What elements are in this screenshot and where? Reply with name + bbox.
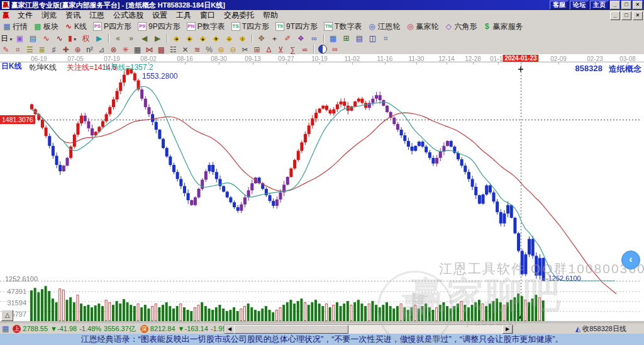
tool-window-layout[interactable]: ▣ — [13, 33, 26, 44]
tool-go-first[interactable]: « — [111, 33, 125, 44]
toolbar-button-sectors[interactable]: ▩板块 — [31, 21, 62, 32]
draw-pitchfork[interactable]: ♯ — [48, 45, 60, 54]
tool-cycle-tool[interactable]: ∞ — [308, 33, 321, 44]
tool-zoom-right[interactable]: ◆▸ — [183, 33, 196, 44]
tool-zoom-down[interactable]: ◆▾ — [209, 33, 223, 44]
symbol-code[interactable]: 858328 — [575, 64, 602, 73]
draw-angle-tool[interactable]: ⊿ — [96, 45, 108, 54]
toolbar-button-p-square[interactable]: PSP四方形 — [90, 21, 135, 32]
tool-next-bar[interactable]: ▶ — [151, 33, 164, 44]
toolbar-button-winner-wheel[interactable]: ◎赢家轮 — [403, 21, 441, 32]
tool-candle-style[interactable]: ▮▼ — [66, 33, 79, 44]
scrollbar-thumb[interactable] — [234, 325, 348, 334]
tool-gann-tool[interactable]: ❖ — [294, 33, 308, 44]
tool-flag-marker[interactable]: ▶ — [92, 33, 106, 44]
tool-adjust-rights[interactable]: 权 — [79, 33, 92, 44]
draw-cross-tool[interactable]: ✚ — [60, 45, 72, 54]
chart-scrollbar[interactable]: ◀ ▶ — [224, 324, 513, 334]
tool-trend-chart[interactable]: ∿ — [53, 33, 66, 44]
toolbar-button-t-square[interactable]: TST四方形 — [228, 21, 272, 32]
titlebar-link-support[interactable]: 客服 — [550, 1, 569, 9]
yinyang-tool-icon[interactable] — [318, 45, 327, 54]
titlebar[interactable]: 赢 赢家江恩专业版[赢家内部服务平台] - [造纸概念 HT858328-184… — [0, 0, 644, 10]
draw-hatch-tool[interactable]: ▩ — [155, 45, 167, 54]
expand-panel-button[interactable]: ‹ — [621, 251, 640, 269]
shenzhen-index-icon[interactable]: 深 — [140, 325, 148, 333]
draw-channel-tool[interactable]: ⊻ — [275, 45, 287, 54]
menu-item[interactable]: 设置 — [148, 11, 172, 20]
draw-table-tool[interactable]: ⊞ — [251, 45, 263, 54]
tool-send-pc[interactable]: ⌗ — [379, 33, 392, 44]
mdi-close-button[interactable]: × — [633, 11, 643, 20]
tool-info-panel[interactable]: ▤ — [26, 33, 40, 44]
scroll-left-button[interactable]: ◀ — [225, 325, 235, 334]
draw-trigram-tool[interactable]: ☷ — [167, 45, 179, 54]
draw-gold-circle[interactable]: ⊖ — [227, 45, 239, 54]
shanghai-index-icon[interactable]: 上 — [13, 325, 21, 333]
draw-gold-ratio[interactable]: ⊜ — [215, 45, 227, 54]
menu-item[interactable]: 浏览 — [37, 11, 61, 20]
mdi-restore-button[interactable]: □ — [621, 11, 631, 20]
menu-item[interactable]: 交易委托 — [219, 11, 258, 20]
symbol-name[interactable]: 造纸概念 — [609, 64, 641, 75]
draw-sum-tool[interactable]: ∑ — [287, 45, 299, 54]
tool-zoom-in[interactable]: ◆↔ — [223, 33, 236, 44]
tool-notes[interactable]: ▤ — [353, 33, 366, 44]
menu-item[interactable]: 公式选股 — [109, 11, 148, 20]
toolbar-button-p-number-table[interactable]: PNP数字表 — [184, 21, 228, 32]
draw-square-n2[interactable]: n² — [84, 45, 96, 54]
draw-target-tool[interactable]: ⊗ — [108, 45, 119, 54]
toolbar-button-market-quotes[interactable]: ▦行情 — [0, 21, 31, 32]
tool-calculator[interactable]: ⊞ — [340, 33, 353, 44]
toolbar-button-hexagon[interactable]: ◇六角形 — [441, 21, 480, 32]
draw-wave-tool[interactable]: ≋ — [191, 45, 203, 54]
volume-pane-toggle-button[interactable]: △ — [1, 310, 13, 321]
toolbar-button-winner-service[interactable]: $赢家服务 — [480, 21, 526, 32]
draw-box-grid[interactable]: ▦ — [131, 45, 143, 54]
mdi-minimize-button[interactable]: _ — [610, 11, 620, 20]
toolbar-button-gann-wheel[interactable]: ◎江恩轮 — [365, 21, 403, 32]
toolbar-button-9p-square[interactable]: P99P四方形 — [135, 21, 184, 32]
titlebar-link-home[interactable]: 主页 — [590, 1, 609, 9]
toolbar-button-kline[interactable]: ∿K线 — [62, 21, 90, 32]
tool-go-last[interactable]: » — [125, 33, 138, 44]
minimize-button[interactable]: _ — [610, 1, 620, 9]
infinity-tool-icon[interactable]: ∞ — [329, 45, 341, 54]
draw-percent-tool[interactable]: % — [203, 45, 215, 54]
menu-item[interactable]: 帮助 — [258, 11, 282, 20]
draw-circle-tool[interactable]: ⊕ — [72, 45, 84, 54]
period-label[interactable]: 日K线 — [1, 61, 22, 72]
tool-save[interactable]: ◫ — [366, 33, 379, 44]
draw-delete-tool[interactable]: ✕ — [179, 45, 191, 54]
tool-draw-pen[interactable]: ✐ — [281, 33, 294, 44]
titlebar-link-forum[interactable]: 论坛 — [570, 1, 589, 9]
menu-item[interactable]: 文件 — [13, 11, 37, 20]
toolbar-button-t-number-table[interactable]: TNT数字表 — [321, 21, 365, 32]
menu-item[interactable]: 江恩 — [85, 11, 109, 20]
draw-split-tool[interactable]: ✂ — [239, 45, 251, 54]
tool-zoom-up[interactable]: ◆▴ — [196, 33, 209, 44]
draw-triangle-tool[interactable]: ∆ — [263, 45, 275, 54]
draw-star-tool[interactable]: ✳ — [119, 45, 131, 54]
draw-draw-line[interactable]: ✎ — [0, 45, 12, 54]
menu-item[interactable]: 资讯 — [61, 11, 85, 20]
toolbar-button-9t-square[interactable]: T99T四方形 — [272, 21, 321, 32]
tool-calendar[interactable]: ▦ — [326, 33, 340, 44]
scroll-right-button[interactable]: ▶ — [502, 325, 513, 334]
restore-button[interactable]: □ — [621, 1, 631, 9]
draw-arc-tool[interactable]: ⋍ — [299, 45, 311, 54]
draw-grid-tool[interactable]: ⌗ — [12, 45, 24, 54]
quote-grid-icon[interactable]: ▦ — [2, 324, 9, 333]
menu-item[interactable]: 工具 — [172, 11, 196, 20]
tool-pan-hand[interactable]: ✥ — [255, 33, 268, 44]
draw-hline-set[interactable]: ☰ — [24, 45, 36, 54]
draw-fan-tool[interactable]: ⋈ — [143, 45, 155, 54]
tool-zoom-left[interactable]: ◆◂ — [170, 33, 183, 44]
current-date-tick[interactable]: 2024-01-23 — [502, 55, 538, 62]
candlestick-chart[interactable] — [0, 54, 644, 322]
tool-zoom-out[interactable]: ◆↕ — [236, 33, 249, 44]
tool-line-chart[interactable]: ∿ — [40, 33, 53, 44]
close-button[interactable]: × — [633, 1, 643, 9]
draw-hline-set2[interactable]: ≣ — [36, 45, 48, 54]
tool-period-daily[interactable]: 日▼ — [0, 33, 13, 44]
